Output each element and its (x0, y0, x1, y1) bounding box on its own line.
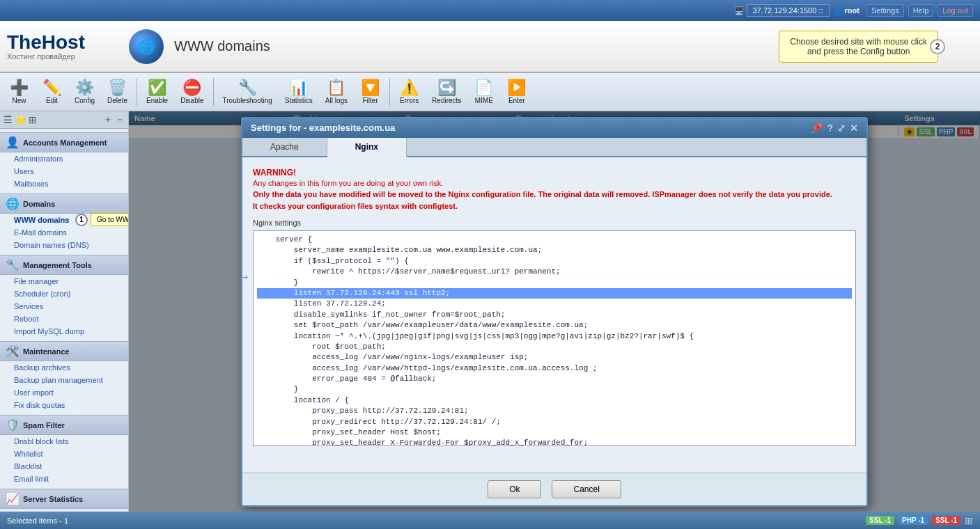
sidebar-item-whitelist[interactable]: Whitelist (0, 448, 128, 460)
logout-link[interactable]: Log out (938, 4, 973, 17)
ip-info: 🖥️ 37.72.129.24:1500 :: 👤 root (734, 4, 860, 17)
alllogs-button[interactable]: 📋 All logs (320, 77, 353, 107)
sidebar-add-icon[interactable]: ＋ (103, 113, 113, 126)
modal-help-icon[interactable]: ? (827, 123, 833, 134)
sidebar-item-users[interactable]: Users (0, 165, 128, 177)
section-maintenance: 🛠️ Maintenance Backup archives Backup pl… (0, 341, 128, 411)
mailboxes-link[interactable]: Mailboxes (14, 180, 49, 188)
sidebar-item-dnsbl[interactable]: Dnsbl block lists (0, 435, 128, 448)
modal-header-icons: 📌 ? ⤢ ✕ (811, 123, 858, 134)
settings-link[interactable]: Settings (866, 4, 904, 17)
section-domains-title[interactable]: 🌐 Domains (0, 194, 128, 214)
edit-button[interactable]: ✏️ Edit (36, 77, 68, 107)
users-link[interactable]: Users (14, 167, 34, 175)
edit-icon: ✏️ (42, 80, 61, 95)
sidebar-item-domain-names[interactable]: Domain names (DNS) (0, 239, 128, 251)
section-spam-filter: 🛡️ Spam Filter Dnsbl block lists Whiteli… (0, 415, 128, 485)
sidebar-item-blacklist[interactable]: Blacklist (0, 460, 128, 473)
section-maintenance-title[interactable]: 🛠️ Maintenance (0, 341, 128, 361)
maintenance-label: Maintenance (23, 347, 70, 356)
spam-label: Spam Filter (23, 421, 65, 429)
section-spam-title[interactable]: 🛡️ Spam Filter (0, 415, 128, 435)
delete-button[interactable]: 🗑️ Delete (102, 77, 133, 107)
config-button[interactable]: ⚙️ Config (69, 77, 100, 107)
troubleshooting-button[interactable]: 🔧 Troubleshooting (217, 77, 278, 107)
errors-button[interactable]: ⚠️ Errors (394, 77, 425, 107)
disable-button[interactable]: ⛔ Disable (175, 77, 209, 107)
sidebar-minus-icon[interactable]: － (115, 113, 125, 126)
sidebar-item-backup-plan[interactable]: Backup plan management (0, 374, 128, 386)
accounts-icon: 👤 (6, 136, 20, 149)
new-button[interactable]: ➕ New (3, 77, 35, 107)
modal-title: Settings for - examplesite.com.ua (251, 123, 395, 133)
sidebar-item-backup-archives[interactable]: Backup archives (0, 361, 128, 374)
logo-title: TheHost (7, 33, 118, 52)
nginx-config-display: server { server_name examplesite.com.ua … (253, 230, 856, 446)
section-stats-title[interactable]: 📈 Server Statistics (0, 489, 128, 509)
sidebar-item-mailboxes[interactable]: Mailboxes (0, 177, 128, 190)
modal-close-icon[interactable]: ✕ (850, 123, 858, 134)
new-icon: ➕ (10, 80, 29, 95)
enter-button[interactable]: ▶️ Enter (501, 77, 532, 107)
tab-nginx[interactable]: Nginx (327, 138, 407, 157)
section-accounts-title[interactable]: 👤 Accounts Management (0, 132, 128, 152)
stats-section-label: Server Statistics (23, 495, 83, 503)
sidebar-item-email-limit[interactable]: Email limit (0, 473, 128, 485)
badge-ssl2-count: SSL -1 (932, 516, 960, 525)
sidebar-item-email-domains[interactable]: E-Mail domains (0, 226, 128, 239)
step-2-badge: 2 (930, 39, 945, 54)
separator2 (213, 78, 214, 106)
annotation-1: ← 1 Go to WWW domains tab (59, 212, 129, 227)
ok-button[interactable]: Ok (488, 480, 541, 498)
section-server-stats: 📈 Server Statistics Usage statistics Sys… (0, 489, 128, 512)
cancel-button[interactable]: Cancel (552, 480, 621, 498)
alllogs-icon: 📋 (327, 80, 345, 95)
email-domains-link[interactable]: E-Mail domains (14, 228, 67, 237)
arrow-3-icon: → (242, 269, 251, 285)
section-mgmt-tools: 🔧 Management Tools File manager Schedule… (0, 255, 128, 338)
mime-button[interactable]: 📄 MIME (468, 77, 499, 107)
sidebar-grid-icon: ⊞ (29, 114, 37, 125)
top-links: Settings Help Log out (866, 4, 973, 17)
tooltip-line2: and press the Config button (790, 47, 927, 56)
accounts-label: Accounts Management (23, 139, 107, 147)
badge-php-count: PHP -1 (899, 516, 928, 525)
disable-icon: ⛔ (182, 80, 201, 95)
sidebar-item-reboot[interactable]: Reboot (0, 313, 128, 325)
sidebar-item-administrators[interactable]: Administrators (0, 152, 128, 165)
section-mgmt-title[interactable]: 🔧 Management Tools (0, 255, 128, 275)
tab-apache[interactable]: Apache (242, 138, 327, 156)
enter-label: Enter (508, 97, 525, 104)
modal-resize-icon[interactable]: ⤢ (837, 123, 846, 134)
sidebar-item-file-manager[interactable]: File manager (0, 275, 128, 287)
redirects-button[interactable]: ↪️ Redirects (426, 77, 467, 107)
domains-label: Domains (23, 200, 55, 208)
header: TheHost Хостинг провайдер 🌐 WWW domains … (0, 21, 980, 73)
trouble-icon: 🔧 (238, 80, 257, 95)
topbar: 🖥️ 37.72.129.24:1500 :: 👤 root Settings … (0, 0, 980, 21)
sidebar-item-usage-stats[interactable]: Usage statistics (0, 509, 128, 512)
help-link[interactable]: Help (908, 4, 934, 17)
warning-line2: Only the data you have modified will be … (253, 189, 856, 200)
config-label: Config (75, 97, 95, 104)
statistics-button[interactable]: 📊 Statistics (279, 77, 318, 107)
monitor-icon: 🖥️ (734, 6, 744, 15)
sidebar-item-www-domains[interactable]: WWW domains ← 1 Go to WWW domains tab (0, 214, 128, 226)
modal-pin-icon[interactable]: 📌 (811, 123, 823, 134)
enable-icon: ✅ (148, 80, 166, 95)
user-icon: 👤 (832, 6, 842, 15)
sidebar-item-scheduler[interactable]: Scheduler (cron) (0, 287, 128, 300)
sidebar-item-mysql-dump[interactable]: Import MySQL dump (0, 325, 128, 338)
badge-ssl-count: SSL -1 (866, 516, 894, 525)
enable-button[interactable]: ✅ Enable (141, 77, 173, 107)
sidebar-item-user-import[interactable]: User import (0, 386, 128, 399)
domain-names-link[interactable]: Domain names (DNS) (14, 241, 89, 249)
sidebar-item-fix-disk[interactable]: Fix disk quotas (0, 399, 128, 411)
sidebar-item-services[interactable]: Services (0, 300, 128, 313)
username: root (845, 6, 860, 15)
maintenance-icon: 🛠️ (6, 345, 20, 358)
filter-button[interactable]: 🔽 Filter (355, 77, 386, 107)
settings-modal: Settings for - examplesite.com.ua 📌 ? ⤢ … (241, 117, 868, 507)
administrators-link[interactable]: Administrators (14, 155, 63, 163)
enter-icon: ▶️ (507, 80, 526, 95)
